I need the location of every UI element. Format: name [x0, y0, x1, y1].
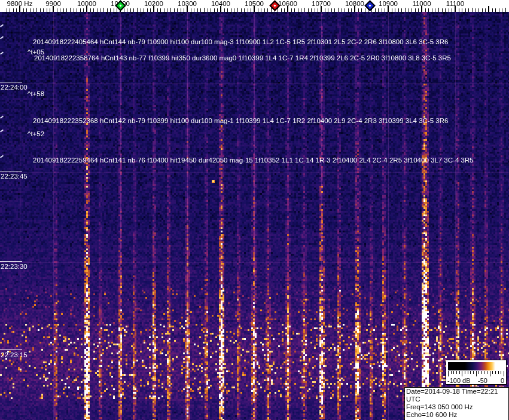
colorbar-label-min: -100 dB [447, 377, 471, 384]
info-box: Date=2014-09-18 Time=22:21 UTC Freq=143 … [404, 387, 509, 420]
echo-annotation: 20140918222405464 hCnt144 nb-79 f10900 h… [33, 38, 448, 45]
marker-center-dot [369, 4, 371, 7]
freq-tick-label: 9900 [45, 0, 61, 7]
spectrogram-canvas[interactable] [0, 12, 509, 420]
freq-tick-label: 10800 [345, 0, 364, 7]
spectrogram-app: 20140918222405464 hCnt144 nb-79 f10900 h… [0, 0, 509, 420]
freq-tick-label: 10900 [379, 0, 398, 7]
freq-tick-label: 11000 [412, 0, 431, 7]
marker-center-dot [119, 4, 121, 7]
marker-center-dot [273, 4, 276, 7]
freq-tick-label: 9800 Hz [7, 0, 33, 7]
freq-tick-label: 11100 [446, 0, 464, 7]
freq-tick-label: 10500 [245, 0, 264, 7]
freq-tick-label: 10300 [178, 0, 197, 7]
time-label: 22:23:45 [1, 173, 28, 180]
freq-tick-label: 10700 [312, 0, 331, 7]
freq-tick-label: 10200 [144, 0, 163, 7]
info-echo-line: Echo=10 600 Hz [406, 411, 507, 419]
freq-tick-label: 10600 [278, 0, 297, 7]
freq-tick-label: 10000 [77, 0, 96, 7]
info-frequency-line: Freq=143 050 000 Hz [406, 403, 507, 411]
echo-annotation: 20140918222352368 hCnt142 nb-79 f10399 h… [33, 117, 448, 124]
colorbar-label-max: 0 [501, 377, 504, 384]
echo-annotation: 20140918222358764 hCnt143 nb-77 f10399 h… [34, 54, 451, 62]
colorbar-gradient [448, 362, 504, 370]
event-time-offset-label: ^t+58 [28, 90, 44, 97]
time-label: 22:24:00 [1, 84, 28, 91]
time-label: 22:23:15 [1, 351, 28, 358]
info-date-time-line: Date=2014-09-18 Time=22:21 UTC [406, 388, 507, 403]
echo-annotation: 20140918222259464 hCnt141 nb-76 f10400 h… [33, 157, 474, 164]
colorbar-ruler [448, 371, 504, 376]
frequency-axis: 9800 Hz990010000101001020010300104001050… [0, 0, 509, 12]
time-label: 22:23:30 [1, 263, 28, 270]
colorbar-labels: -100 dB -50 0 [446, 376, 506, 384]
freq-tick-label: 10400 [211, 0, 230, 7]
colorbar-label-mid: -50 [478, 377, 487, 384]
colorbar-legend: -100 dB -50 0 [446, 360, 507, 385]
event-time-offset-label: ^t+52 [28, 130, 44, 137]
